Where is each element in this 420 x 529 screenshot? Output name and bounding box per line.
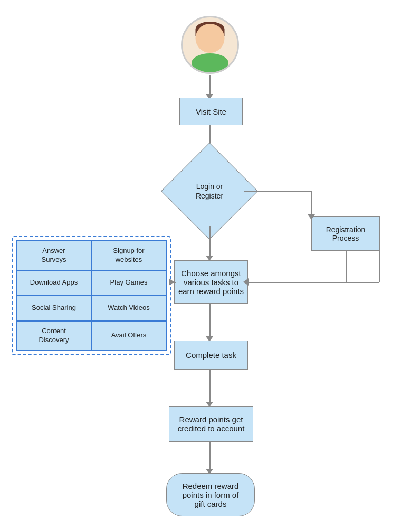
connector-5: [209, 370, 211, 404]
arrow-reg: [308, 214, 315, 220]
avatar: [181, 16, 239, 74]
arrow-reg-back: [243, 278, 249, 286]
tasks-outer: AnswerSurveys Signup forwebsites Downloa…: [12, 236, 171, 355]
connector-diamond-right: [244, 191, 311, 192]
flowchart-canvas: Visit Site Login or Register Choose amon…: [0, 0, 420, 529]
task-signup-websites: Signup forwebsites: [91, 241, 166, 270]
connector-6: [209, 442, 211, 471]
connector-reg-down: [379, 251, 380, 282]
task-watch-videos: Watch Videos: [91, 296, 166, 321]
connector-4: [209, 304, 211, 338]
connector-1: [209, 75, 211, 96]
tasks-grid: AnswerSurveys Signup forwebsites Downloa…: [16, 240, 167, 351]
complete-task-box: Complete task: [174, 341, 248, 370]
task-social-sharing: Social Sharing: [16, 296, 91, 321]
login-register-diamond: Login or Register: [175, 157, 244, 225]
task-avail-offers: Avail Offers: [91, 321, 166, 351]
reward-credited-box: Reward points get credited to account: [169, 406, 253, 442]
task-download-apps: Download Apps: [16, 270, 91, 296]
connector-reg-v: [311, 191, 312, 216]
connector-reg-v2: [346, 251, 347, 282]
registration-box: Registration Process: [311, 216, 380, 251]
task-play-games: Play Games: [91, 270, 166, 296]
arrow-tasks: [169, 278, 174, 286]
task-answer-surveys: AnswerSurveys: [16, 241, 91, 270]
choose-tasks-box: Choose amongst various tasks to earn rew…: [174, 260, 248, 304]
task-content-discovery: ContentDiscovery: [16, 321, 91, 351]
connector-3: [209, 226, 211, 258]
redeem-box: Redeem reward points in form of gift car…: [166, 473, 255, 516]
connector-reg-h2: [249, 282, 346, 283]
visit-site-box: Visit Site: [179, 98, 243, 125]
